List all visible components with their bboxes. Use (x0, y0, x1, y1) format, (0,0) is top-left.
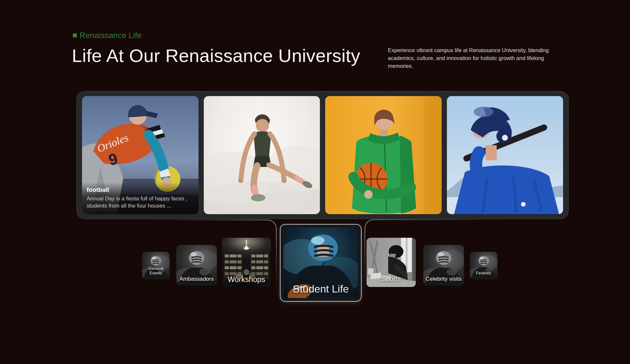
batter-photo-illustration (447, 96, 563, 214)
section-description: Experience vibrant campus life at Renais… (388, 46, 570, 70)
carousel-slide-sprinter[interactable] (204, 96, 320, 214)
page-title: Life At Our Renaissance University (72, 45, 400, 66)
bullet-square-icon (73, 33, 77, 37)
category-label: Student Life (284, 283, 358, 295)
category-label: General Events (142, 266, 170, 275)
carousel-slide-football[interactable]: Orioles 9 football Annual Day is a fiest… (82, 96, 199, 214)
slide-caption-text: Annual Day is a fiesta full of happy fac… (87, 195, 194, 210)
category-label: Festives (470, 271, 497, 275)
category-label: Celebrity visits (423, 276, 464, 282)
category-ambassadors[interactable]: Ambassadors (176, 245, 217, 286)
basketball-photo-illustration (325, 96, 442, 214)
category-student-life-selected[interactable]: Student Life (280, 224, 362, 302)
category-workshops[interactable]: Workshops (222, 238, 271, 287)
carousel-panel: Orioles 9 football Annual Day is a fiest… (76, 91, 569, 219)
category-student-life-image: Student Life (284, 228, 358, 298)
category-sports[interactable]: Sports (367, 238, 416, 287)
slide-caption-title: football (87, 186, 194, 193)
category-label: Ambassadors (176, 276, 217, 282)
page-canvas: Renaissance Life Life At Our Renaissance… (0, 0, 630, 364)
sprinter-photo-illustration (204, 96, 320, 214)
slide-caption: football Annual Day is a fiesta full of … (82, 182, 199, 214)
carousel-slide-basketball[interactable] (325, 96, 442, 214)
category-festives[interactable]: Festives (470, 252, 497, 279)
category-label: Workshops (222, 275, 271, 284)
section-eyebrow: Renaissance Life (73, 31, 142, 40)
carousel-slide-batter[interactable] (447, 96, 563, 214)
section-eyebrow-label: Renaissance Life (80, 31, 142, 40)
category-celebrity-visits[interactable]: Celebrity visits (423, 245, 464, 286)
category-label: Sports (367, 275, 416, 283)
category-general-events[interactable]: General Events (142, 252, 170, 279)
